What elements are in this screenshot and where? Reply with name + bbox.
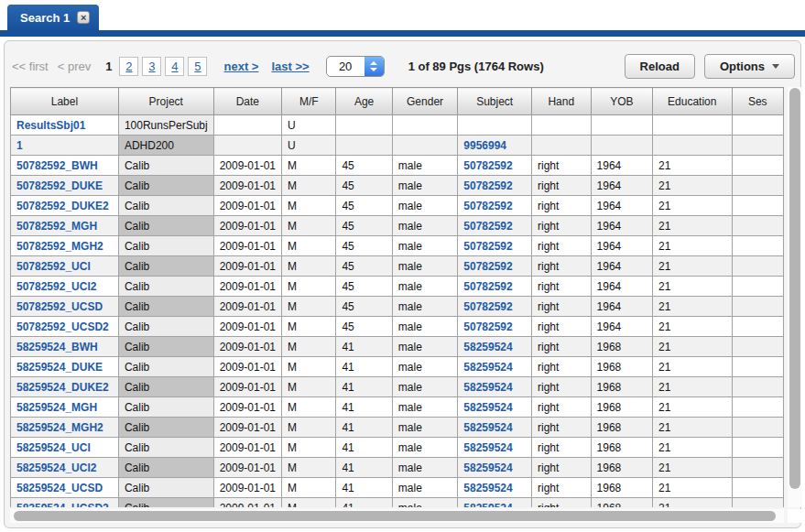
table-cell: M: [282, 397, 336, 418]
column-header-age[interactable]: Age: [336, 88, 392, 115]
column-header-m-f[interactable]: M/F: [282, 88, 336, 115]
table-cell: 50782592: [458, 196, 532, 216]
label-link[interactable]: 58259524_DUKE2: [16, 381, 109, 394]
label-link[interactable]: 58259524_UCSD2: [16, 502, 109, 508]
table-cell: [732, 256, 783, 277]
subject-link[interactable]: 50782592: [463, 320, 512, 333]
reload-button[interactable]: Reload: [625, 54, 695, 79]
table-cell: [732, 357, 783, 377]
column-header-hand[interactable]: Hand: [532, 88, 592, 115]
table-cell: [732, 176, 783, 196]
label-link[interactable]: 58259524_UCI2: [16, 461, 96, 474]
pagination-bar: << first < prev 1 2345 next > last >> 20…: [12, 52, 795, 80]
table-cell: 50782592_UCSD2: [11, 317, 119, 337]
table-cell: M: [282, 478, 336, 498]
table-cell: Calib: [118, 377, 213, 397]
label-link[interactable]: 58259524_MGH2: [16, 421, 103, 434]
subject-link[interactable]: 58259524: [463, 401, 512, 414]
subject-link[interactable]: 58259524: [463, 341, 512, 353]
tab-close-icon[interactable]: ×: [77, 11, 90, 24]
table-cell: Calib: [118, 418, 213, 438]
column-header-ses[interactable]: Ses: [732, 88, 783, 115]
subject-link[interactable]: 9956994: [463, 139, 506, 152]
label-link[interactable]: 58259524_DUKE: [16, 361, 103, 374]
vertical-scrollbar-thumb[interactable]: [789, 88, 800, 489]
label-link[interactable]: 58259524_UCI: [16, 441, 91, 454]
label-link[interactable]: 50782592_BWH: [16, 159, 98, 172]
label-link[interactable]: 50782592_UCI: [16, 260, 91, 273]
tab-search-1[interactable]: Search 1 ×: [7, 5, 99, 30]
table-cell: 1968: [591, 498, 653, 508]
label-link[interactable]: 50782592_UCI2: [16, 280, 96, 293]
page-link-4[interactable]: 4: [171, 60, 178, 73]
table-row: 58259524_UCI2Calib2009-01-01M41male58259…: [11, 458, 784, 478]
page-size-select[interactable]: 20: [326, 56, 385, 77]
subject-link[interactable]: 50782592: [463, 240, 512, 253]
label-link[interactable]: 50782592_DUKE2: [16, 200, 109, 212]
label-link[interactable]: 50782592_DUKE: [16, 179, 103, 192]
next-page-link[interactable]: next >: [223, 60, 258, 73]
page-link-2[interactable]: 2: [125, 60, 132, 73]
subject-link[interactable]: 50782592: [463, 159, 512, 172]
vertical-scrollbar[interactable]: [788, 87, 802, 507]
page-link-3[interactable]: 3: [148, 60, 155, 73]
table-cell: [653, 115, 732, 136]
label-link[interactable]: 58259524_UCSD: [16, 482, 103, 494]
label-link[interactable]: 50782592_MGH2: [16, 240, 103, 253]
label-link[interactable]: 50782592_MGH: [16, 220, 97, 233]
subject-link[interactable]: 50782592: [463, 280, 512, 293]
table-cell: 50782592: [458, 236, 532, 256]
column-header-project[interactable]: Project: [118, 88, 213, 115]
table-cell: 21: [653, 256, 732, 277]
column-header-date[interactable]: Date: [213, 88, 281, 115]
subject-link[interactable]: 58259524: [463, 381, 512, 394]
table-row: 50782592_DUKE2Calib2009-01-01M45male5078…: [11, 196, 784, 216]
horizontal-scrollbar[interactable]: [10, 509, 784, 523]
label-link[interactable]: ResultsSbj01: [16, 119, 85, 132]
options-button[interactable]: Options: [704, 54, 795, 79]
label-link[interactable]: 1: [16, 139, 23, 152]
table-cell: M: [282, 216, 336, 236]
page-link-5[interactable]: 5: [194, 60, 201, 73]
table-cell: male: [392, 418, 457, 438]
table-cell: 58259524: [458, 357, 532, 377]
label-link[interactable]: 58259524_BWH: [16, 341, 98, 353]
page-summary: 1 of 89 Pgs (1764 Rows): [408, 60, 544, 73]
subject-link[interactable]: 58259524: [463, 441, 512, 454]
label-link[interactable]: 50782592_UCSD: [16, 300, 103, 313]
last-page-link[interactable]: last >>: [271, 60, 309, 73]
table-cell: 21: [653, 377, 732, 397]
scrollbar-corner: [788, 509, 802, 523]
subject-link[interactable]: 58259524: [463, 502, 512, 508]
subject-link[interactable]: 58259524: [463, 482, 512, 494]
subject-link[interactable]: 50782592: [463, 220, 512, 233]
subject-link[interactable]: 50782592: [463, 260, 512, 273]
label-link[interactable]: 58259524_MGH: [16, 401, 97, 414]
subject-link[interactable]: 58259524: [463, 361, 512, 374]
column-header-yob[interactable]: YOB: [591, 88, 653, 115]
table-cell: right: [532, 498, 592, 508]
table-cell: Calib: [118, 216, 213, 236]
subject-link[interactable]: 50782592: [463, 200, 512, 212]
column-header-subject[interactable]: Subject: [458, 88, 532, 115]
table-cell: 41: [336, 438, 392, 458]
table-cell: 50782592_MGH2: [11, 236, 119, 256]
table-cell: M: [282, 156, 336, 176]
first-page-link[interactable]: << first: [12, 60, 49, 73]
table-cell: 58259524_DUKE2: [11, 377, 119, 397]
column-header-education[interactable]: Education: [653, 88, 732, 115]
prev-page-link[interactable]: < prev: [58, 60, 92, 73]
subject-link[interactable]: 50782592: [463, 179, 512, 192]
table-cell: M: [282, 256, 336, 277]
subject-link[interactable]: 58259524: [463, 421, 512, 434]
horizontal-scrollbar-thumb[interactable]: [14, 511, 776, 521]
table-row: 50782592_UCSDCalib2009-01-01M45male50782…: [11, 297, 784, 317]
table-cell: male: [392, 317, 457, 337]
column-header-label[interactable]: Label: [11, 88, 119, 115]
column-header-gender[interactable]: Gender: [392, 88, 457, 115]
table-cell: 1968: [591, 478, 653, 498]
label-link[interactable]: 50782592_UCSD2: [16, 320, 109, 333]
subject-link[interactable]: 58259524: [463, 461, 512, 474]
table-row: 58259524_BWHCalib2009-01-01M41male582595…: [11, 337, 784, 357]
subject-link[interactable]: 50782592: [463, 300, 512, 313]
